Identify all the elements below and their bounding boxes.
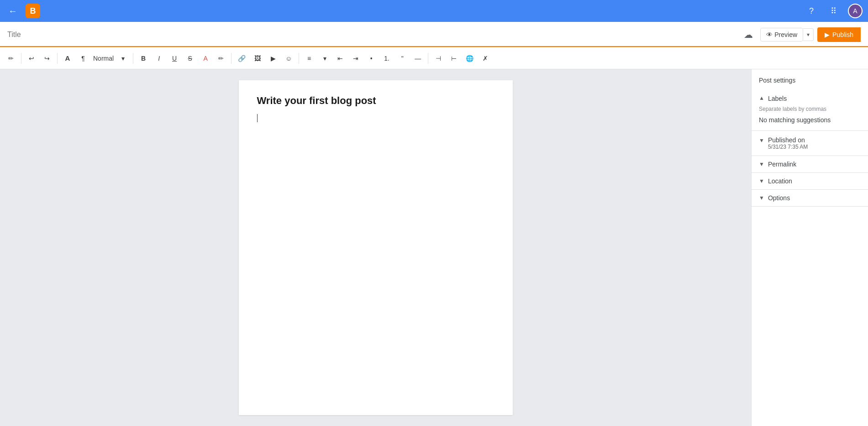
location-label: Location [768, 177, 861, 185]
options-section[interactable]: ▼ Options [752, 190, 868, 207]
preview-eye-icon: 👁 [766, 31, 773, 38]
bold-btn[interactable]: B [136, 51, 151, 66]
indent-left-btn[interactable]: ⇤ [333, 51, 347, 66]
strikethrough-btn[interactable]: S [183, 51, 197, 66]
format-dropdown-btn[interactable]: ▾ [116, 51, 130, 66]
preview-label: Preview [774, 31, 797, 38]
permalink-chevron-icon: ▼ [759, 161, 764, 167]
pen-tool-btn[interactable]: ✏ [4, 51, 18, 66]
labels-hint: Separate labels by commas [759, 106, 861, 112]
published-section[interactable]: ▼ Published on 5/31/23 7:35 AM [752, 131, 868, 156]
no-matching-text: No matching suggestions [759, 116, 861, 125]
redo-btn[interactable]: ↪ [40, 51, 54, 66]
video-btn[interactable]: ▶ [266, 51, 280, 66]
right-margin-btn[interactable]: ⊢ [447, 51, 461, 66]
number-list-btn[interactable]: 1. [379, 51, 394, 66]
sidebar: Post settings ▼ Labels Separate labels b… [751, 69, 868, 426]
labels-header[interactable]: ▼ Labels [759, 95, 861, 102]
toolbar-sep-6 [428, 53, 428, 64]
published-label: Published on [768, 136, 861, 144]
apps-icon[interactable]: ⠿ [826, 4, 841, 18]
toolbar-sep-2 [57, 53, 58, 64]
options-label: Options [768, 194, 861, 202]
hr-btn[interactable]: — [410, 51, 425, 66]
editor-toolbar: ✏ ↩ ↪ A ¶ Normal ▾ B I U S A ✏ 🔗 🖼 ▶ ☺ ≡… [0, 47, 868, 69]
blogger-logo: B [26, 4, 40, 18]
image-btn[interactable]: 🖼 [250, 51, 265, 66]
labels-label: Labels [768, 95, 787, 102]
left-margin-btn[interactable]: ⊣ [431, 51, 446, 66]
toolbar-sep-1 [21, 53, 21, 64]
published-info: Published on 5/31/23 7:35 AM [768, 136, 861, 150]
quote-btn[interactable]: " [395, 51, 410, 66]
format-select[interactable]: Normal [91, 53, 116, 64]
location-section[interactable]: ▼ Location [752, 173, 868, 190]
title-input[interactable] [7, 31, 740, 39]
bullet-list-btn[interactable]: • [364, 51, 379, 66]
paragraph-style-btn[interactable]: ¶ [76, 51, 90, 66]
post-settings-title: Post settings [752, 77, 868, 89]
published-date: 5/31/23 7:35 AM [768, 144, 861, 150]
translate-btn[interactable]: 🌐 [462, 51, 477, 66]
publish-label: Publish [832, 31, 853, 38]
editor-header: ☁ 👁 Preview ▾ ▶ Publish [0, 22, 868, 47]
avatar[interactable]: A [848, 4, 863, 18]
editor-paper[interactable]: Write your first blog post [239, 80, 513, 415]
permalink-label: Permalink [768, 161, 861, 168]
title-underline [0, 46, 868, 47]
publish-button[interactable]: ▶ Publish [817, 27, 861, 42]
indent-right-btn[interactable]: ⇥ [348, 51, 363, 66]
highlight-btn[interactable]: ✏ [214, 51, 228, 66]
options-chevron-icon: ▼ [759, 195, 764, 201]
format-select-wrapper: Normal ▾ [91, 51, 130, 66]
emoji-btn[interactable]: ☺ [281, 51, 296, 66]
preview-button[interactable]: 👁 Preview [760, 28, 803, 42]
permalink-section[interactable]: ▼ Permalink [752, 156, 868, 173]
editor-title: Write your first blog post [257, 95, 494, 107]
publish-icon: ▶ [825, 31, 830, 38]
preview-dropdown-button[interactable]: ▾ [803, 28, 814, 41]
clear-formatting-btn[interactable]: ✗ [478, 51, 493, 66]
toolbar-sep-5 [299, 53, 299, 64]
align-btn[interactable]: ≡ [302, 51, 316, 66]
help-icon[interactable]: ? [804, 4, 819, 18]
labels-section: ▼ Labels Separate labels by commas No ma… [752, 89, 868, 131]
italic-btn[interactable]: I [152, 51, 166, 66]
back-button[interactable]: ← [5, 4, 20, 18]
toolbar-sep-4 [231, 53, 231, 64]
align-dropdown-btn[interactable]: ▾ [317, 51, 332, 66]
link-btn[interactable]: 🔗 [234, 51, 249, 66]
editor-area: Write your first blog post [0, 69, 751, 426]
font-color-btn[interactable]: A [198, 51, 213, 66]
underline-btn[interactable]: U [167, 51, 182, 66]
chrome-bar: ← B ? ⠿ A [0, 0, 868, 22]
main-layout: Write your first blog post Post settings… [0, 69, 868, 426]
toolbar-sep-3 [133, 53, 133, 64]
published-chevron-icon: ▼ [759, 137, 764, 144]
labels-chevron-icon: ▼ [759, 95, 764, 102]
editor-cursor [257, 114, 258, 122]
save-icon[interactable]: ☁ [740, 26, 757, 44]
editor-content[interactable] [257, 114, 494, 251]
undo-btn[interactable]: ↩ [24, 51, 39, 66]
text-style-btn[interactable]: A [60, 51, 75, 66]
location-chevron-icon: ▼ [759, 178, 764, 184]
